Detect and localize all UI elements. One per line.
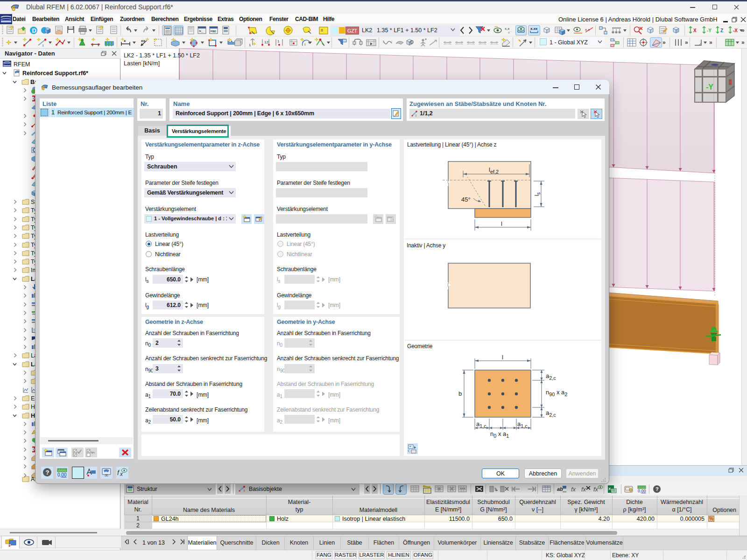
svg-text:12: 12 [264,40,268,44]
svg-text:x.xx: x.xx [530,27,538,31]
svg-text:?: ? [655,486,659,492]
svg-text:1: 1 [277,39,280,43]
svg-text:?: ? [46,469,49,476]
svg-text:ab: ab [557,486,563,492]
svg-text:X: X [693,28,697,33]
svg-text:0,00: 0,00 [638,489,646,493]
svg-text:-Y: -Y [706,83,713,91]
svg-text:fx: fx [581,486,586,493]
svg-text:x´´: x´´ [508,30,512,35]
svg-text:Z: Z [720,28,723,33]
svg-text:>_: >_ [199,29,204,33]
svg-text:-X: -X [733,28,738,33]
svg-text:D: D [32,27,36,34]
svg-text:0,00: 0,00 [57,472,67,477]
svg-text:fx: fx [571,486,576,493]
svg-text:-Y: -Y [707,28,712,33]
svg-text:I: I [244,489,245,492]
svg-text:I: I [304,42,305,47]
svg-text:I: I [42,43,43,47]
svg-text:6: 6 [12,4,15,12]
svg-text:1: 1 [249,43,251,47]
svg-text:fx: fx [593,486,599,493]
svg-text:I: I [416,114,416,117]
svg-text:6: 6 [42,85,45,91]
svg-text:>sc: >sc [210,29,216,33]
svg-text:±: ± [321,28,323,32]
svg-text:X: X [608,487,611,491]
